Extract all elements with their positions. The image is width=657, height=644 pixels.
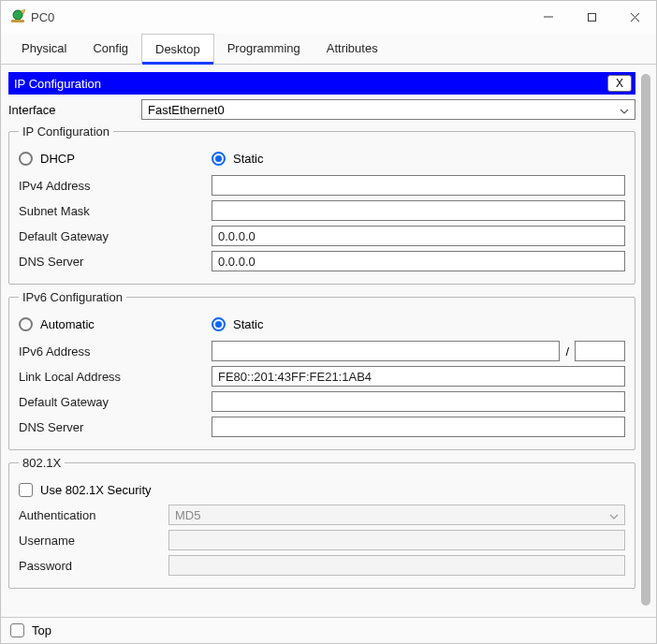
ipv6-dns-server-label: DNS Server bbox=[19, 420, 212, 434]
radio-unselected-icon bbox=[19, 152, 33, 166]
minimize-button[interactable] bbox=[527, 2, 570, 32]
window: PC0 Physical Config Desktop Programming … bbox=[0, 0, 657, 644]
content-area: IP Configuration X Interface FastEtherne… bbox=[1, 65, 656, 617]
ipv6-default-gateway-label: Default Gateway bbox=[19, 395, 212, 409]
radio-selected-icon bbox=[212, 317, 226, 331]
ipv6-prefix-separator: / bbox=[565, 344, 569, 359]
app-icon bbox=[10, 9, 25, 24]
tab-desktop[interactable]: Desktop bbox=[141, 34, 214, 65]
username-label: Username bbox=[19, 534, 168, 548]
top-checkbox[interactable] bbox=[10, 623, 24, 637]
use-8021x-label: Use 802.1X Security bbox=[40, 483, 152, 497]
dot1x-legend: 802.1X bbox=[19, 456, 65, 470]
authentication-select-value: MD5 bbox=[175, 508, 200, 522]
ipv6-dns-server-input[interactable] bbox=[212, 417, 625, 437]
link-local-address-input[interactable] bbox=[212, 366, 625, 387]
default-gateway-label: Default Gateway bbox=[19, 229, 212, 243]
radio-selected-icon bbox=[212, 152, 226, 166]
tab-programming[interactable]: Programming bbox=[214, 34, 314, 65]
default-gateway-input[interactable] bbox=[212, 226, 625, 246]
subnet-mask-input[interactable] bbox=[212, 200, 625, 221]
ip-configuration-section: IP Configuration DHCP Static IPv4 Addres… bbox=[8, 124, 635, 285]
ipv6-static-radio-label: Static bbox=[233, 317, 264, 331]
radio-unselected-icon bbox=[19, 317, 33, 331]
ipv6-address-input[interactable] bbox=[212, 341, 560, 361]
svg-rect-1 bbox=[11, 20, 24, 22]
ipv6-address-label: IPv6 Address bbox=[19, 344, 212, 359]
ipv6-automatic-radio[interactable]: Automatic bbox=[19, 317, 212, 331]
interface-select-value: FastEthernet0 bbox=[148, 103, 225, 117]
dns-server-input[interactable] bbox=[212, 251, 625, 271]
subnet-mask-label: Subnet Mask bbox=[19, 204, 212, 218]
footer: Top bbox=[1, 617, 656, 643]
panel-titlebar: IP Configuration X bbox=[8, 72, 635, 95]
ip-configuration-legend: IP Configuration bbox=[19, 124, 113, 139]
close-button[interactable] bbox=[613, 2, 656, 32]
tab-bar: Physical Config Desktop Programming Attr… bbox=[1, 33, 656, 65]
panel-title: IP Configuration bbox=[12, 77, 607, 91]
panel-close-button[interactable]: X bbox=[607, 75, 632, 92]
ipv6-default-gateway-input[interactable] bbox=[212, 391, 625, 412]
authentication-label: Authentication bbox=[19, 508, 168, 522]
ipv6-prefix-input[interactable] bbox=[575, 341, 625, 361]
dhcp-radio[interactable]: DHCP bbox=[19, 152, 212, 166]
titlebar: PC0 bbox=[1, 1, 656, 33]
authentication-select: MD5 bbox=[168, 505, 625, 525]
tab-config[interactable]: Config bbox=[80, 34, 141, 65]
ipv6-automatic-radio-label: Automatic bbox=[40, 317, 95, 331]
ipv6-configuration-legend: IPv6 Configuration bbox=[19, 290, 126, 304]
tab-physical[interactable]: Physical bbox=[8, 34, 80, 65]
vertical-scrollbar[interactable] bbox=[641, 74, 650, 606]
ipv6-static-radio[interactable]: Static bbox=[212, 317, 404, 331]
window-button-group bbox=[527, 2, 656, 32]
ipv6-configuration-section: IPv6 Configuration Automatic Static IPv6… bbox=[8, 290, 635, 450]
link-local-address-label: Link Local Address bbox=[19, 370, 212, 384]
static-radio[interactable]: Static bbox=[212, 152, 404, 166]
password-input bbox=[168, 555, 625, 576]
use-8021x-checkbox[interactable] bbox=[19, 483, 33, 497]
svg-rect-3 bbox=[588, 13, 595, 21]
top-label: Top bbox=[32, 623, 51, 637]
password-label: Password bbox=[19, 559, 168, 573]
username-input bbox=[168, 530, 625, 550]
window-title: PC0 bbox=[31, 10, 527, 24]
dot1x-section: 802.1X Use 802.1X Security Authenticatio… bbox=[8, 456, 635, 589]
interface-label: Interface bbox=[8, 103, 141, 117]
ipv4-address-input[interactable] bbox=[212, 175, 625, 196]
chevron-down-icon bbox=[609, 508, 619, 522]
interface-select[interactable]: FastEthernet0 bbox=[141, 99, 635, 120]
ipv4-address-label: IPv4 Address bbox=[19, 179, 212, 193]
tab-attributes[interactable]: Attributes bbox=[314, 34, 391, 65]
maximize-button[interactable] bbox=[570, 2, 613, 32]
static-radio-label: Static bbox=[233, 152, 264, 166]
dhcp-radio-label: DHCP bbox=[40, 152, 75, 166]
dns-server-label: DNS Server bbox=[19, 255, 212, 269]
chevron-down-icon bbox=[620, 103, 629, 117]
